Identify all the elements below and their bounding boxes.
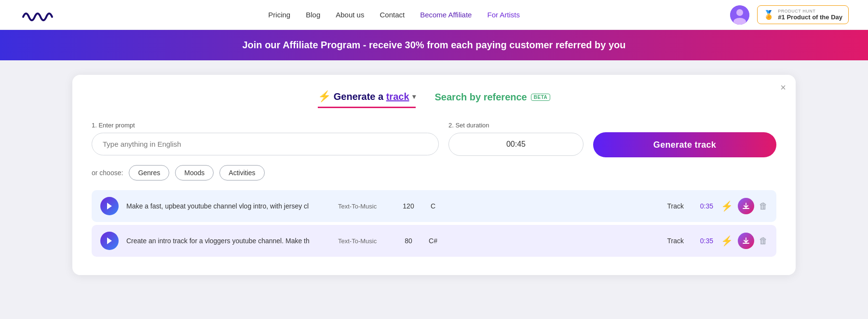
choose-row: or choose: Genres Moods Activities (92, 165, 776, 180)
avatar[interactable] (730, 5, 749, 25)
tab-generate[interactable]: ⚡ Generate a track ▾ (318, 90, 416, 108)
track-label: Track (660, 237, 684, 245)
track-word: track (386, 91, 409, 102)
track-bpm: 80 (399, 237, 418, 245)
svg-marker-3 (107, 203, 112, 209)
ph-label: PRODUCT HUNT (778, 9, 842, 14)
choose-label: or choose: (92, 169, 123, 177)
nav-affiliate[interactable]: Become Affiliate (420, 11, 472, 19)
delete-icon[interactable]: 🗑 (759, 201, 768, 211)
play-button[interactable] (100, 197, 119, 215)
main-content: × ⚡ Generate a track ▾ Search by referen… (0, 60, 868, 290)
nav-right: 🏅 PRODUCT HUNT #1 Product of the Day (730, 5, 849, 25)
delete-icon[interactable]: 🗑 (759, 236, 768, 246)
chip-activities[interactable]: Activities (219, 165, 264, 180)
banner-text: Join our Affiliate Program - receive 30%… (242, 40, 625, 50)
duration-group: 2. Set duration (448, 122, 583, 156)
navbar: Pricing Blog About us Contact Become Aff… (0, 0, 868, 30)
prompt-input[interactable] (92, 133, 439, 155)
regenerate-icon[interactable]: ⚡ (721, 235, 733, 247)
download-button[interactable] (738, 198, 754, 214)
tab-search[interactable]: Search by reference BETA (435, 90, 551, 108)
ph-text: PRODUCT HUNT #1 Product of the Day (778, 9, 842, 21)
track-duration: 0:35 (692, 237, 713, 245)
svg-point-1 (736, 9, 743, 16)
tab-search-label: Search by reference (435, 92, 527, 103)
track-list: Make a fast, upbeat youtube channel vlog… (92, 190, 776, 260)
track-key: C# (426, 237, 440, 245)
nav-blog[interactable]: Blog (306, 11, 320, 19)
product-hunt-badge[interactable]: 🏅 PRODUCT HUNT #1 Product of the Day (757, 5, 849, 24)
nav-pricing[interactable]: Pricing (268, 11, 290, 19)
track-key: C (426, 202, 440, 210)
affiliate-banner[interactable]: Join our Affiliate Program - receive 30%… (0, 30, 868, 60)
main-card: × ⚡ Generate a track ▾ Search by referen… (72, 75, 796, 275)
tab-generate-label: Generate a track (334, 91, 409, 102)
duration-label: 2. Set duration (448, 122, 583, 129)
medal-icon: 🏅 (763, 10, 774, 20)
generate-track-button[interactable]: Generate track (593, 132, 776, 157)
duration-input[interactable] (448, 133, 583, 156)
track-actions: ⚡ 🗑 (721, 198, 768, 214)
nav-contact[interactable]: Contact (380, 11, 405, 19)
track-duration: 0:35 (692, 202, 713, 210)
tab-bar: ⚡ Generate a track ▾ Search by reference… (92, 90, 776, 108)
form-row: 1. Enter prompt 2. Set duration Generate… (92, 122, 776, 157)
ph-title: #1 Product of the Day (778, 14, 842, 21)
prompt-group: 1. Enter prompt (92, 122, 439, 155)
nav-for-artists[interactable]: For Artists (487, 11, 520, 19)
regenerate-icon[interactable]: ⚡ (721, 200, 733, 212)
close-button[interactable]: × (780, 83, 786, 92)
chevron-down-icon: ▾ (412, 93, 416, 100)
prompt-label: 1. Enter prompt (92, 122, 439, 129)
track-label: Track (660, 202, 684, 210)
nav-links: Pricing Blog About us Contact Become Aff… (268, 11, 520, 19)
table-row: Make a fast, upbeat youtube channel vlog… (92, 190, 776, 222)
play-button[interactable] (100, 232, 119, 250)
track-title: Create an intro track for a vloggers you… (126, 237, 330, 245)
track-title: Make a fast, upbeat youtube channel vlog… (126, 202, 330, 210)
chip-genres[interactable]: Genres (129, 165, 169, 180)
track-type: Text-To-Music (338, 203, 391, 210)
track-type: Text-To-Music (338, 237, 391, 245)
download-button[interactable] (738, 233, 754, 249)
nav-about[interactable]: About us (336, 11, 364, 19)
table-row: Create an intro track for a vloggers you… (92, 225, 776, 257)
track-bpm: 120 (399, 202, 418, 210)
chip-moods[interactable]: Moods (175, 165, 214, 180)
svg-marker-4 (107, 237, 112, 244)
track-actions: ⚡ 🗑 (721, 233, 768, 249)
beta-badge: BETA (531, 94, 550, 101)
bolt-icon: ⚡ (318, 90, 331, 103)
logo[interactable] (19, 6, 58, 24)
